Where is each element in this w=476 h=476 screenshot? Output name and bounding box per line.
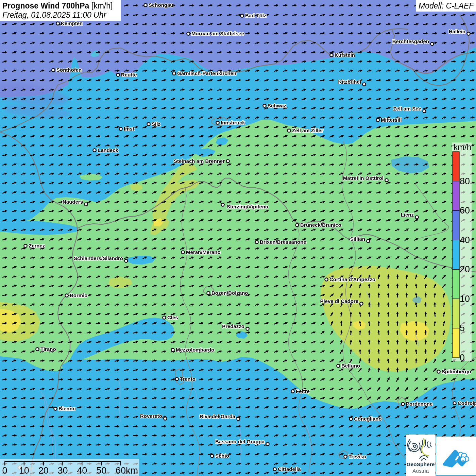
svg-text:Zell am See: Zell am See bbox=[393, 106, 421, 112]
svg-text:10: 10 bbox=[460, 294, 470, 304]
svg-text:Cittadella: Cittadella bbox=[278, 466, 301, 472]
svg-text:Pordenone: Pordenone bbox=[406, 401, 432, 407]
svg-text:Landeck: Landeck bbox=[98, 147, 119, 153]
svg-text:Nauders: Nauders bbox=[63, 199, 83, 205]
svg-text:Murnau am Staffelsee: Murnau am Staffelsee bbox=[191, 31, 244, 36]
svg-text:Silz: Silz bbox=[152, 121, 160, 127]
svg-text:Pieve di Cadore: Pieve di Cadore bbox=[320, 298, 358, 304]
svg-text:Cortina d'Ampezzo: Cortina d'Ampezzo bbox=[329, 276, 375, 282]
svg-text:Innsbruck: Innsbruck bbox=[221, 120, 245, 125]
svg-text:Schongau: Schongau bbox=[149, 2, 173, 8]
svg-text:Bassano del Grappa: Bassano del Grappa bbox=[215, 439, 265, 444]
svg-text:Berchtesgaden: Berchtesgaden bbox=[392, 38, 429, 44]
svg-text:30: 30 bbox=[57, 465, 68, 476]
svg-text:Tirano: Tirano bbox=[40, 346, 56, 352]
svg-text:Kempten: Kempten bbox=[61, 20, 83, 26]
svg-text:Meran/Merano: Meran/Merano bbox=[186, 249, 221, 255]
svg-text:Steinach am Brenner: Steinach am Brenner bbox=[174, 158, 225, 164]
svg-text:Freitag, 01.08.2025 11:00 Uhr: Freitag, 01.08.2025 11:00 Uhr bbox=[2, 11, 107, 19]
svg-text:Schlanders/Silandro: Schlanders/Silandro bbox=[74, 255, 123, 261]
svg-text:Zell am Ziller: Zell am Ziller bbox=[292, 128, 323, 133]
svg-text:5: 5 bbox=[460, 323, 465, 333]
svg-text:Brixen/Bressanone: Brixen/Bressanone bbox=[260, 239, 306, 245]
svg-text:Treviso: Treviso bbox=[348, 454, 367, 459]
svg-text:Belluno: Belluno bbox=[341, 363, 360, 369]
svg-text:60: 60 bbox=[460, 205, 470, 216]
svg-text:Schio: Schio bbox=[215, 453, 229, 459]
svg-text:Imst: Imst bbox=[124, 126, 134, 132]
svg-text:Conegliano: Conegliano bbox=[354, 416, 382, 422]
svg-text:20: 20 bbox=[38, 465, 49, 476]
svg-text:Hallein: Hallein bbox=[449, 29, 465, 34]
svg-text:10: 10 bbox=[19, 465, 29, 476]
svg-text:Sterzing/Vipiteno: Sterzing/Vipiteno bbox=[227, 204, 268, 209]
svg-text:40: 40 bbox=[77, 465, 87, 476]
svg-text:80: 80 bbox=[460, 176, 470, 186]
svg-text:60km: 60km bbox=[116, 465, 138, 476]
svg-text:Cles: Cles bbox=[167, 314, 178, 320]
svg-text:Mittersill: Mittersill bbox=[381, 117, 402, 123]
svg-text:Bormio: Bormio bbox=[70, 292, 88, 298]
svg-text:Bruneck/Brunico: Bruneck/Brunico bbox=[300, 222, 341, 228]
svg-text:Schwaz: Schwaz bbox=[268, 103, 286, 108]
svg-text:Sonthofen: Sonthofen bbox=[56, 67, 82, 73]
svg-text:0: 0 bbox=[460, 353, 465, 363]
svg-text:Feltre: Feltre bbox=[296, 388, 310, 394]
svg-text:Bienno: Bienno bbox=[58, 406, 76, 411]
svg-text:Spilimbergo: Spilimbergo bbox=[442, 369, 471, 374]
svg-text:0: 0 bbox=[2, 465, 7, 476]
svg-text:Kufstein: Kufstein bbox=[335, 52, 355, 58]
svg-text:Riva del Garda: Riva del Garda bbox=[200, 413, 236, 419]
svg-text:Garmisch-Partenkirchen: Garmisch-Partenkirchen bbox=[177, 70, 236, 76]
svg-text:50: 50 bbox=[96, 465, 106, 476]
svg-text:Matrei in Osttirol: Matrei in Osttirol bbox=[343, 175, 384, 181]
svg-text:Lienz: Lienz bbox=[401, 212, 414, 218]
svg-text:Bad Tölz: Bad Tölz bbox=[245, 13, 267, 18]
svg-text:20: 20 bbox=[460, 264, 470, 274]
svg-text:Kitzbühel: Kitzbühel bbox=[338, 79, 361, 85]
svg-text:Predazzo: Predazzo bbox=[222, 323, 244, 329]
svg-text:Modell: C-LAEF: Modell: C-LAEF bbox=[419, 1, 474, 10]
svg-text:Mezzolombardo: Mezzolombardo bbox=[176, 347, 214, 353]
svg-text:Reutte: Reutte bbox=[121, 72, 137, 78]
svg-text:Codroipo: Codroipo bbox=[458, 400, 476, 406]
svg-text:GeoSphere: GeoSphere bbox=[407, 461, 435, 467]
svg-text:40: 40 bbox=[460, 235, 470, 245]
svg-text:Prognose Wind 700hPa [km/h]: Prognose Wind 700hPa [km/h] bbox=[2, 1, 113, 10]
svg-text:Bozen/Bolzano: Bozen/Bolzano bbox=[211, 290, 248, 296]
svg-text:Rovereto: Rovereto bbox=[140, 413, 162, 419]
svg-text:km/h: km/h bbox=[454, 142, 471, 152]
svg-text:Zernez: Zernez bbox=[29, 243, 45, 249]
svg-text:Austria: Austria bbox=[412, 468, 429, 474]
svg-text:Trento: Trento bbox=[180, 376, 196, 382]
svg-text:Sillian: Sillian bbox=[350, 236, 365, 242]
